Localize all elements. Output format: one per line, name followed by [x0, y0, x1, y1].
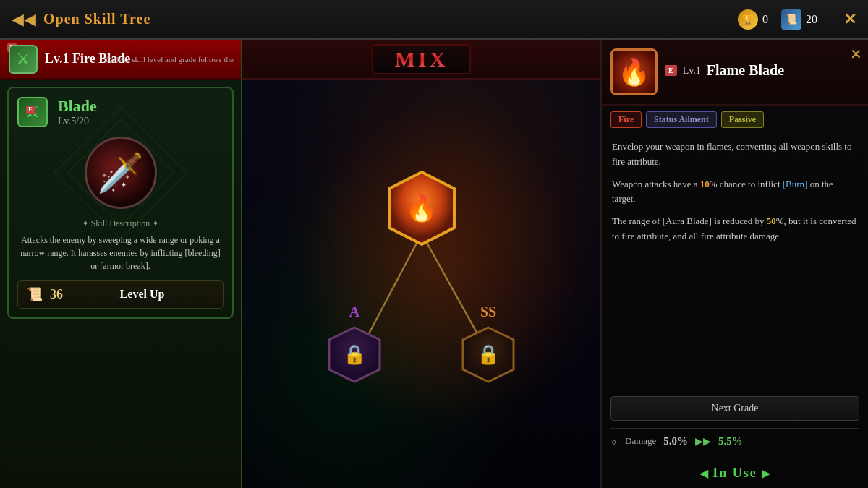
right-skill-level: Lv.1 — [683, 65, 701, 77]
currency-2-value: 20 — [806, 13, 817, 26]
close-button[interactable]: ✕ — [843, 10, 856, 29]
right-skill-icon: 🔥 — [610, 48, 658, 95]
in-use-label: In Use — [712, 466, 757, 481]
flame-icon: 🔥 — [405, 193, 438, 223]
damage-arrow: ▶▶ — [695, 435, 711, 448]
skill-header: E ⚔ Lv.1 Fire Blade ⚠ Mix skill level an… — [0, 40, 241, 80]
mix-notice: ⚠ Mix skill level and grade follows the — [104, 53, 234, 65]
card-skill-level: Lv.5/20 — [58, 116, 97, 127]
node-ss-lock-icon: 🔒 — [477, 343, 500, 366]
in-use-left-chevron: ◀ — [699, 466, 708, 480]
currency-display: 🏆 0 📜 20 ✕ — [738, 9, 856, 30]
tag-status-ailment: Status Ailment — [646, 111, 717, 128]
next-grade-button[interactable]: Next Grade — [610, 396, 859, 421]
desc-para-2: Weapon attacks have a 10% chance to infl… — [612, 177, 858, 207]
level-up-bar[interactable]: 📜 36 Level Up — [17, 280, 224, 309]
desc-para-1: Envelop your weapon in flames, convertin… — [612, 140, 858, 170]
right-close-button[interactable]: ✕ — [850, 46, 862, 63]
currency-1-value: 0 — [762, 13, 768, 26]
level-up-button[interactable]: Level Up — [70, 288, 214, 301]
trophy-icon: 🏆 — [738, 9, 758, 30]
tree-container: 🔥 A — [284, 140, 559, 429]
skill-tree: 🔥 A — [242, 80, 600, 488]
mix-header: MIX — [242, 40, 600, 80]
range-reduction: 50 — [767, 215, 776, 226]
damage-label: Damage — [625, 435, 656, 447]
right-header: 🔥 E Lv.1 Flame Blade ✕ — [602, 40, 868, 106]
node-a-label: A — [349, 304, 359, 320]
right-description: Envelop your weapon in flames, convertin… — [602, 134, 868, 393]
scroll-cost-count: 36 — [50, 287, 63, 302]
damage-current: 5.0% — [663, 435, 688, 448]
right-panel: 🔥 E Lv.1 Flame Blade ✕ Fire Status Ailme… — [600, 40, 868, 488]
skill-circle-icon: 🗡️ — [85, 137, 157, 209]
header-skill-icon: ⚔ — [9, 45, 38, 74]
right-title-section: E Lv.1 Flame Blade — [665, 62, 859, 82]
mix-title: MIX — [395, 47, 448, 71]
currency-2: 📜 20 — [781, 9, 817, 30]
card-skill-name: Blade — [58, 97, 97, 116]
currency-1: 🏆 0 — [738, 9, 768, 30]
skill-icon-large: 🗡️ — [81, 133, 161, 213]
burn-chance: 10 — [700, 179, 710, 189]
desc-para-3: The range of [Aura Blade] is reduced by … — [612, 214, 858, 244]
tags-row: Fire Status Ailment Passive — [610, 111, 859, 128]
damage-section: ⬦ Damage 5.0% ▶▶ 5.5% — [610, 428, 859, 453]
node-bottom-left[interactable]: A 🔒 — [324, 324, 386, 385]
scroll-cost-icon: 📜 — [27, 286, 43, 302]
tag-fire: Fire — [610, 111, 642, 128]
node-center[interactable]: 🔥 — [382, 168, 461, 248]
node-ss[interactable]: SS 🔒 — [458, 324, 519, 385]
skill-card: E ⚔ Blade Lv.5/20 🗡️ — [7, 87, 234, 319]
damage-icon: ⬦ — [610, 435, 618, 448]
tag-passive: Passive — [721, 111, 764, 128]
left-panel: E ⚔ Lv.1 Fire Blade ⚠ Mix skill level an… — [0, 40, 242, 488]
back-button[interactable]: ◀◀ — [12, 10, 36, 29]
card-grade-badge: E — [26, 106, 35, 114]
page-title: Open Skill Tree — [43, 11, 738, 27]
node-a-lock-icon: 🔒 — [343, 343, 366, 366]
right-skill-name: Flame Blade — [707, 62, 784, 79]
top-bar: ◀◀ Open Skill Tree 🏆 0 📜 20 ✕ — [0, 0, 868, 40]
right-grade-badge: E — [665, 65, 677, 76]
main-content: E ⚔ Lv.1 Fire Blade ⚠ Mix skill level an… — [0, 40, 868, 488]
flame-blade-node[interactable]: 🔥 — [382, 168, 461, 248]
center-panel: MIX — [242, 40, 600, 488]
damage-new: 5.5% — [718, 435, 743, 448]
in-use-footer: ◀ In Use ▶ — [602, 458, 868, 488]
node-ss-label: SS — [480, 304, 496, 320]
node-a[interactable]: A 🔒 — [324, 324, 386, 385]
node-bottom-right[interactable]: SS 🔒 — [458, 324, 519, 385]
burn-label: [Burn] — [783, 179, 808, 189]
scroll-icon: 📜 — [781, 9, 801, 30]
in-use-right-chevron: ▶ — [762, 466, 770, 480]
